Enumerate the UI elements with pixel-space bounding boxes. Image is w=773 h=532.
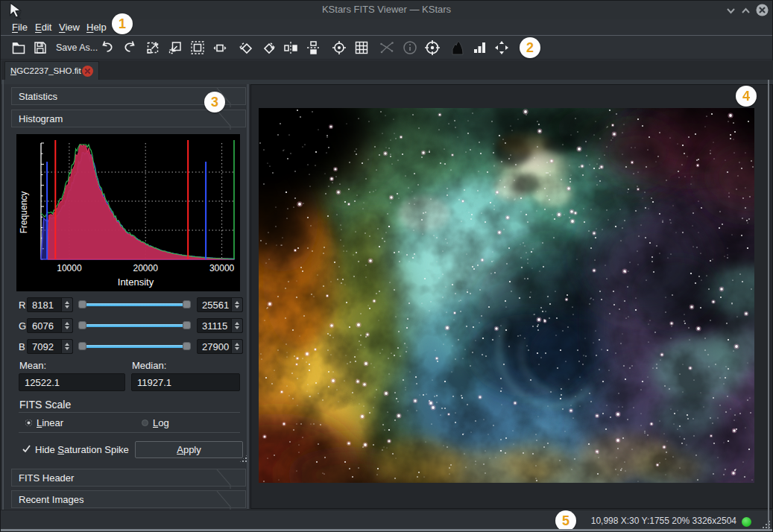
svg-text:Frequency: Frequency — [19, 191, 29, 234]
svg-text:Intensity: Intensity — [118, 276, 154, 288]
svg-text:20000: 20000 — [133, 263, 159, 273]
svg-text:30000: 30000 — [209, 263, 235, 273]
svg-text:10000: 10000 — [57, 263, 82, 273]
